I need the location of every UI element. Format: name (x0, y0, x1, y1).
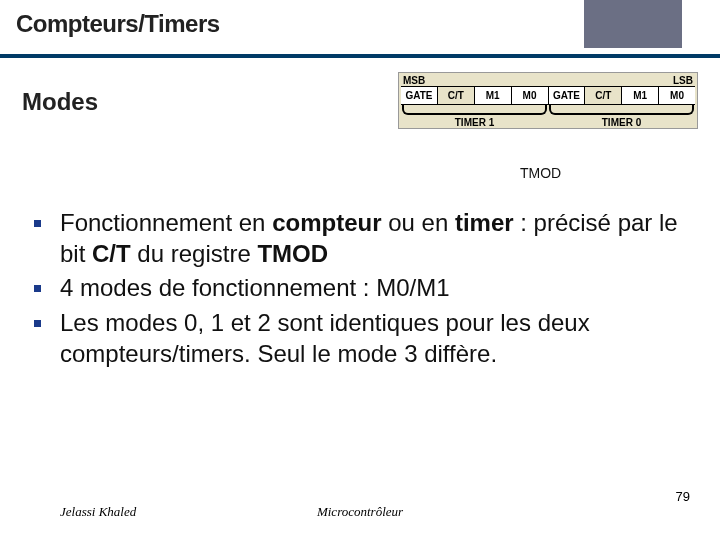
lsb-label: LSB (673, 75, 693, 86)
title-accent-block (584, 0, 682, 48)
tmod-bit: C/T (438, 87, 475, 104)
footer: Jelassi Khaled Microcontrôleur 79 (0, 490, 720, 520)
tmod-bit: M0 (659, 87, 695, 104)
text: ou en (382, 209, 455, 236)
timer1-label: TIMER 1 (401, 117, 548, 128)
author: Jelassi Khaled (60, 504, 136, 520)
footer-center: Microcontrôleur (317, 504, 403, 520)
tmod-bit: C/T (585, 87, 622, 104)
brace-timer1 (402, 105, 547, 115)
page-number: 79 (676, 489, 690, 504)
slide-subtitle: Modes (22, 88, 98, 116)
bold-text: TMOD (257, 240, 328, 267)
bold-text: timer (455, 209, 514, 236)
tmod-bit: M0 (512, 87, 549, 104)
bold-text: C/T (92, 240, 131, 267)
brace-timer0 (549, 105, 694, 115)
list-item: 4 modes de fonctionnement : M0/M1 (14, 273, 702, 304)
msb-label: MSB (403, 75, 425, 86)
slide-title: Compteurs/Timers (16, 10, 220, 38)
list-item: Les modes 0, 1 et 2 sont identiques pour… (14, 308, 702, 369)
bullet-list: Fonctionnement en compteur ou en timer :… (14, 208, 702, 374)
tmod-bit: GATE (401, 87, 438, 104)
timer0-label: TIMER 0 (548, 117, 695, 128)
tmod-bit: GATE (549, 87, 586, 104)
tmod-caption: TMOD (520, 165, 561, 181)
text: Fonctionnement en (60, 209, 272, 236)
bold-text: compteur (272, 209, 381, 236)
text: du registre (131, 240, 258, 267)
tmod-bit: M1 (475, 87, 512, 104)
tmod-register-diagram: MSB LSB GATE C/T M1 M0 GATE C/T M1 M0 TI… (398, 72, 698, 129)
tmod-bit: M1 (622, 87, 659, 104)
list-item: Fonctionnement en compteur ou en timer :… (14, 208, 702, 269)
